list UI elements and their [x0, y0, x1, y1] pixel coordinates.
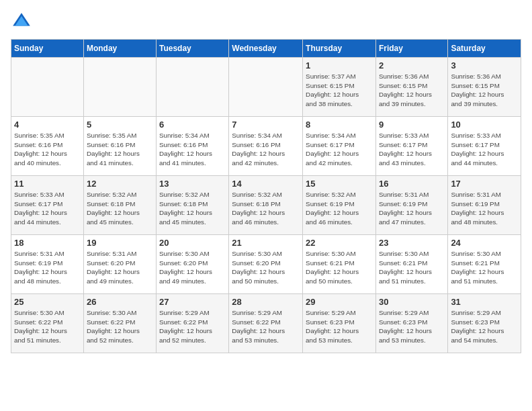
- day-number: 23: [379, 238, 445, 248]
- day-info: Sunrise: 5:30 AM Sunset: 6:20 PM Dayligh…: [159, 249, 226, 286]
- day-number: 20: [159, 238, 226, 248]
- day-info: Sunrise: 5:29 AM Sunset: 6:23 PM Dayligh…: [451, 308, 518, 345]
- day-number: 14: [232, 179, 300, 189]
- day-number: 3: [451, 60, 518, 71]
- calendar-cell: 15Sunrise: 5:32 AM Sunset: 6:19 PM Dayli…: [303, 176, 376, 235]
- day-info: Sunrise: 5:30 AM Sunset: 6:21 PM Dayligh…: [451, 249, 518, 286]
- calendar-cell: 22Sunrise: 5:30 AM Sunset: 6:21 PM Dayli…: [303, 235, 376, 294]
- calendar-cell: 7Sunrise: 5:34 AM Sunset: 6:16 PM Daylig…: [229, 117, 303, 176]
- day-number: 11: [14, 179, 81, 189]
- calendar-cell: 8Sunrise: 5:34 AM Sunset: 6:17 PM Daylig…: [303, 117, 376, 176]
- calendar-cell: 16Sunrise: 5:31 AM Sunset: 6:19 PM Dayli…: [375, 176, 447, 235]
- day-info: Sunrise: 5:30 AM Sunset: 6:22 PM Dayligh…: [14, 308, 81, 345]
- day-number: 7: [232, 120, 300, 130]
- day-number: 29: [306, 297, 373, 307]
- day-info: Sunrise: 5:35 AM Sunset: 6:16 PM Dayligh…: [14, 131, 81, 168]
- logo-icon: [11, 11, 32, 32]
- day-number: 17: [451, 179, 518, 189]
- calendar-cell: 2Sunrise: 5:36 AM Sunset: 6:15 PM Daylig…: [375, 58, 447, 117]
- day-number: 18: [14, 238, 81, 248]
- calendar-week-row: 4Sunrise: 5:35 AM Sunset: 6:16 PM Daylig…: [11, 117, 521, 176]
- day-info: Sunrise: 5:31 AM Sunset: 6:19 PM Dayligh…: [14, 249, 81, 286]
- day-header-friday: Friday: [375, 40, 447, 58]
- day-number: 25: [14, 297, 81, 307]
- day-number: 13: [159, 179, 226, 189]
- day-number: 27: [159, 297, 226, 307]
- calendar-cell: 25Sunrise: 5:30 AM Sunset: 6:22 PM Dayli…: [11, 294, 84, 353]
- calendar-cell: 17Sunrise: 5:31 AM Sunset: 6:19 PM Dayli…: [448, 176, 521, 235]
- day-number: 6: [159, 120, 226, 130]
- day-info: Sunrise: 5:29 AM Sunset: 6:23 PM Dayligh…: [306, 308, 373, 345]
- day-header-sunday: Sunday: [11, 40, 84, 58]
- calendar-cell: 9Sunrise: 5:33 AM Sunset: 6:17 PM Daylig…: [375, 117, 447, 176]
- day-info: Sunrise: 5:29 AM Sunset: 6:23 PM Dayligh…: [379, 308, 445, 345]
- day-info: Sunrise: 5:31 AM Sunset: 6:20 PM Dayligh…: [87, 249, 153, 286]
- day-number: 19: [87, 238, 153, 248]
- day-number: 1: [306, 60, 373, 71]
- day-number: 8: [306, 120, 373, 130]
- calendar-cell: 27Sunrise: 5:29 AM Sunset: 6:22 PM Dayli…: [156, 294, 228, 353]
- calendar-cell: 1Sunrise: 5:37 AM Sunset: 6:15 PM Daylig…: [303, 58, 376, 117]
- day-info: Sunrise: 5:30 AM Sunset: 6:20 PM Dayligh…: [232, 249, 300, 286]
- day-info: Sunrise: 5:37 AM Sunset: 6:15 PM Dayligh…: [306, 72, 373, 109]
- logo: [11, 11, 35, 32]
- day-number: 28: [232, 297, 300, 307]
- day-number: 22: [306, 238, 373, 248]
- calendar-cell: 23Sunrise: 5:30 AM Sunset: 6:21 PM Dayli…: [375, 235, 447, 294]
- calendar-cell: 4Sunrise: 5:35 AM Sunset: 6:16 PM Daylig…: [11, 117, 84, 176]
- day-info: Sunrise: 5:32 AM Sunset: 6:18 PM Dayligh…: [159, 190, 226, 227]
- day-info: Sunrise: 5:35 AM Sunset: 6:16 PM Dayligh…: [87, 131, 153, 168]
- day-info: Sunrise: 5:30 AM Sunset: 6:22 PM Dayligh…: [87, 308, 153, 345]
- day-info: Sunrise: 5:33 AM Sunset: 6:17 PM Dayligh…: [379, 131, 445, 168]
- day-info: Sunrise: 5:32 AM Sunset: 6:18 PM Dayligh…: [232, 190, 300, 227]
- day-number: 15: [306, 179, 373, 189]
- calendar-cell: 29Sunrise: 5:29 AM Sunset: 6:23 PM Dayli…: [303, 294, 376, 353]
- day-header-saturday: Saturday: [448, 40, 521, 58]
- day-info: Sunrise: 5:36 AM Sunset: 6:15 PM Dayligh…: [379, 72, 445, 109]
- day-number: 4: [14, 120, 81, 130]
- day-info: Sunrise: 5:36 AM Sunset: 6:15 PM Dayligh…: [451, 72, 518, 109]
- day-number: 2: [379, 60, 445, 71]
- day-number: 5: [87, 120, 153, 130]
- calendar-cell: 24Sunrise: 5:30 AM Sunset: 6:21 PM Dayli…: [448, 235, 521, 294]
- calendar-week-row: 25Sunrise: 5:30 AM Sunset: 6:22 PM Dayli…: [11, 294, 521, 353]
- day-info: Sunrise: 5:31 AM Sunset: 6:19 PM Dayligh…: [379, 190, 445, 227]
- calendar-cell: 21Sunrise: 5:30 AM Sunset: 6:20 PM Dayli…: [229, 235, 303, 294]
- day-header-tuesday: Tuesday: [156, 40, 228, 58]
- calendar-cell: 19Sunrise: 5:31 AM Sunset: 6:20 PM Dayli…: [83, 235, 156, 294]
- day-info: Sunrise: 5:32 AM Sunset: 6:18 PM Dayligh…: [87, 190, 153, 227]
- calendar-cell: 12Sunrise: 5:32 AM Sunset: 6:18 PM Dayli…: [83, 176, 156, 235]
- day-number: 24: [451, 238, 518, 248]
- day-info: Sunrise: 5:30 AM Sunset: 6:21 PM Dayligh…: [379, 249, 445, 286]
- calendar-week-row: 18Sunrise: 5:31 AM Sunset: 6:19 PM Dayli…: [11, 235, 521, 294]
- day-number: 10: [451, 120, 518, 130]
- calendar-cell: 5Sunrise: 5:35 AM Sunset: 6:16 PM Daylig…: [83, 117, 156, 176]
- calendar-cell: 30Sunrise: 5:29 AM Sunset: 6:23 PM Dayli…: [375, 294, 447, 353]
- day-number: 30: [379, 297, 445, 307]
- day-number: 21: [232, 238, 300, 248]
- calendar-week-row: 11Sunrise: 5:33 AM Sunset: 6:17 PM Dayli…: [11, 176, 521, 235]
- day-info: Sunrise: 5:34 AM Sunset: 6:17 PM Dayligh…: [306, 131, 373, 168]
- day-number: 26: [87, 297, 153, 307]
- calendar-cell: 14Sunrise: 5:32 AM Sunset: 6:18 PM Dayli…: [229, 176, 303, 235]
- day-header-monday: Monday: [83, 40, 156, 58]
- day-number: 31: [451, 297, 518, 307]
- calendar-cell: 18Sunrise: 5:31 AM Sunset: 6:19 PM Dayli…: [11, 235, 84, 294]
- calendar-cell: 3Sunrise: 5:36 AM Sunset: 6:15 PM Daylig…: [448, 58, 521, 117]
- day-header-thursday: Thursday: [303, 40, 376, 58]
- day-info: Sunrise: 5:30 AM Sunset: 6:21 PM Dayligh…: [306, 249, 373, 286]
- page-header: [11, 11, 521, 32]
- day-info: Sunrise: 5:33 AM Sunset: 6:17 PM Dayligh…: [14, 190, 81, 227]
- calendar-cell: [83, 58, 156, 117]
- day-info: Sunrise: 5:31 AM Sunset: 6:19 PM Dayligh…: [451, 190, 518, 227]
- day-header-wednesday: Wednesday: [229, 40, 303, 58]
- calendar-cell: 26Sunrise: 5:30 AM Sunset: 6:22 PM Dayli…: [83, 294, 156, 353]
- day-number: 9: [379, 120, 445, 130]
- calendar-header-row: SundayMondayTuesdayWednesdayThursdayFrid…: [11, 40, 521, 58]
- day-info: Sunrise: 5:32 AM Sunset: 6:19 PM Dayligh…: [306, 190, 373, 227]
- calendar-cell: [156, 58, 228, 117]
- calendar-cell: 10Sunrise: 5:33 AM Sunset: 6:17 PM Dayli…: [448, 117, 521, 176]
- calendar-cell: 31Sunrise: 5:29 AM Sunset: 6:23 PM Dayli…: [448, 294, 521, 353]
- calendar-cell: 20Sunrise: 5:30 AM Sunset: 6:20 PM Dayli…: [156, 235, 228, 294]
- day-info: Sunrise: 5:29 AM Sunset: 6:22 PM Dayligh…: [159, 308, 226, 345]
